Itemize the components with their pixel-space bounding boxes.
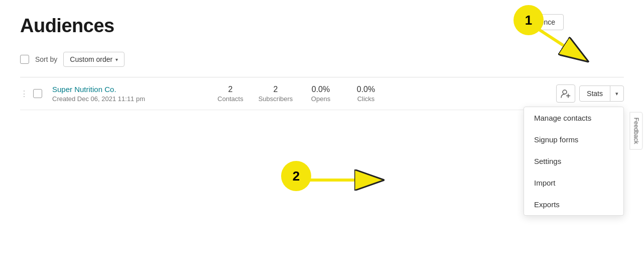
opens-value: 0.0%	[298, 85, 343, 94]
row-actions: Stats ▾ Manage contacts Signup forms Set…	[556, 84, 624, 103]
dropdown-item-settings[interactable]: Settings	[524, 150, 623, 172]
audience-name-link[interactable]: Super Nutrition Co.	[52, 85, 116, 94]
master-checkbox[interactable]	[20, 55, 29, 64]
opens-label: Opens	[298, 95, 343, 103]
stats-chevron-icon: ▾	[610, 87, 623, 101]
audience-created: Created Dec 06, 2021 11:11 pm	[52, 95, 193, 103]
stats-label: Stats	[580, 86, 610, 101]
audience-info: Super Nutrition Co. Created Dec 06, 2021…	[52, 85, 193, 103]
clicks-value: 0.0%	[343, 85, 389, 94]
opens-stat: 0.0% Opens	[298, 85, 343, 103]
svg-line-4	[536, 28, 586, 60]
feedback-tab[interactable]: Feedback	[630, 112, 643, 149]
contacts-value: 2	[208, 85, 253, 94]
dropdown-item-signup-forms[interactable]: Signup forms	[524, 129, 623, 150]
annotation-2-group: 2	[281, 161, 311, 191]
contacts-label: Contacts	[208, 95, 253, 103]
svg-point-0	[563, 90, 567, 94]
sort-label: Sort by	[35, 55, 57, 63]
subscribers-value: 2	[253, 85, 298, 94]
contacts-stat: 2 Contacts	[208, 85, 253, 103]
sort-dropdown[interactable]: Custom order ▾	[63, 52, 124, 67]
row-checkbox[interactable]	[33, 89, 42, 98]
dropdown-item-import[interactable]: Import	[524, 172, 623, 194]
subscribers-stat: 2 Subscribers	[253, 85, 298, 103]
annotation-1-group: 1	[513, 5, 544, 35]
subscribers-label: Subscribers	[253, 95, 298, 103]
clicks-stat: 0.0% Clicks	[343, 85, 389, 103]
clicks-label: Clicks	[343, 95, 389, 103]
add-contact-button[interactable]	[556, 84, 575, 103]
dropdown-menu: Manage contacts Signup forms Settings Im…	[524, 107, 624, 216]
annotation-arrow-1	[534, 25, 594, 65]
annotation-arrow-2	[306, 165, 387, 195]
add-contact-icon	[561, 89, 571, 98]
drag-handle-icon[interactable]: ⋮	[20, 89, 28, 99]
page-container: ience Audiences Sort by Custom order ▾ ⋮…	[0, 0, 644, 125]
dropdown-item-exports[interactable]: Exports	[524, 194, 623, 215]
audience-row: ⋮ Super Nutrition Co. Created Dec 06, 20…	[20, 77, 624, 110]
sort-chevron-icon: ▾	[115, 57, 118, 62]
dropdown-item-manage-contacts[interactable]: Manage contacts	[524, 107, 623, 129]
stats-button[interactable]: Stats ▾	[579, 85, 624, 102]
